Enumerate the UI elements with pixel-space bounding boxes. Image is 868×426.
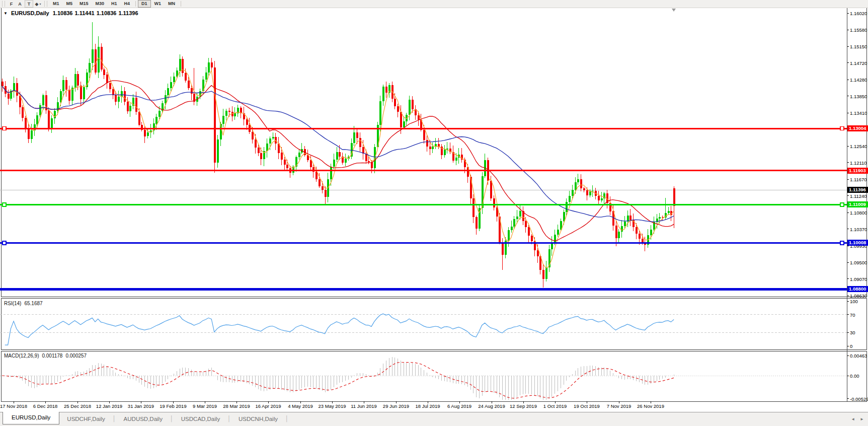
price-tick-label: 1.09500 xyxy=(850,260,867,265)
tab-separator: │ xyxy=(170,412,174,426)
macd-tick-label: -0.00529 xyxy=(850,396,868,402)
hline-handle xyxy=(840,127,844,130)
price-tick-label: 1.08630 xyxy=(850,293,867,299)
timeframe-button-m5[interactable]: M5 xyxy=(63,0,76,8)
date-tick-label: 19 Oct 2019 xyxy=(574,403,600,409)
timeframe-button-w1[interactable]: W1 xyxy=(151,0,165,8)
hline-handle xyxy=(3,203,6,206)
timeframe-button-d1[interactable]: D1 xyxy=(138,0,151,8)
chart-title: ▼ EURUSD,Daily 1.10836 1.11441 1.10836 1… xyxy=(4,10,138,16)
date-tick-label: 28 Mar 2019 xyxy=(223,403,250,409)
macd-signal-value: 0.000257 xyxy=(65,353,87,359)
date-tick-label: 16 Apr 2019 xyxy=(255,403,281,409)
tab-separator: │ xyxy=(113,412,116,426)
tab-separator: │ xyxy=(227,412,231,426)
hline-handle xyxy=(840,203,844,206)
price-tick-label: 1.11240 xyxy=(850,193,867,199)
date-tick-label: 31 Jan 2019 xyxy=(128,403,154,409)
chart-tab-bar: EURUSD,DailyUSDCHF,Daily│AUDUSD,Daily│US… xyxy=(0,412,868,426)
text-tool-icon[interactable]: T xyxy=(25,0,33,8)
timeframe-button-m1[interactable]: M1 xyxy=(49,0,63,8)
font-tool-icon[interactable]: A xyxy=(16,1,24,7)
date-tick-label: 18 Jul 2019 xyxy=(415,403,440,409)
date-tick-label: 6 Dec 2018 xyxy=(33,403,58,409)
price-tick-label: 1.13410 xyxy=(850,110,867,116)
ohlc-low: 1.10836 xyxy=(97,10,117,16)
date-tick-label: 26 Nov 2019 xyxy=(637,403,664,409)
date-tick-label: 1 Oct 2019 xyxy=(543,403,567,409)
price-tick-label: 1.12540 xyxy=(850,144,867,149)
price-tick-label: 1.13850 xyxy=(850,94,867,99)
tab-scroll-right-icon[interactable]: ► xyxy=(860,417,864,421)
toolbar-grip[interactable] xyxy=(2,1,5,7)
hline-1.11009[interactable] xyxy=(0,203,847,206)
hline-1.10008[interactable] xyxy=(0,241,847,245)
rsi-name: RSI(14) xyxy=(4,301,21,306)
hline-price-label: 1.11903 xyxy=(847,168,868,174)
price-tick-label: 1.10370 xyxy=(850,227,867,232)
rsi-tick-label: 30 xyxy=(850,330,855,335)
moving-average-45 xyxy=(2,86,674,222)
rsi-line xyxy=(5,314,674,345)
rsi-tick-label: 70 xyxy=(850,312,855,318)
toolbar-grip-2[interactable] xyxy=(44,1,47,7)
date-tick-label: 7 Nov 2019 xyxy=(607,403,632,409)
top-toolbar: FAT◆▾ M1M5M15M30H1H4D1W1MN xyxy=(0,0,868,8)
date-tick-label: 24 Aug 2019 xyxy=(478,403,505,409)
rsi-tick-label: 0 xyxy=(850,343,852,349)
timeframe-button-h1[interactable]: H1 xyxy=(108,0,121,8)
timeframe-button-h4[interactable]: H4 xyxy=(121,0,134,8)
chart-template-f-icon[interactable]: F xyxy=(8,1,15,7)
timeframe-button-m15[interactable]: M15 xyxy=(76,0,92,8)
ohlc-open: 1.10836 xyxy=(53,10,73,16)
moving-average-4 xyxy=(2,58,674,268)
price-tick-label: 1.10800 xyxy=(850,210,867,216)
chart-tab-usdchf[interactable]: USDCHF,Daily xyxy=(59,412,112,426)
price-tick-label: 1.15580 xyxy=(850,27,867,33)
hline-handle xyxy=(3,127,6,130)
chart-shift-marker-icon[interactable] xyxy=(672,9,676,12)
macd-histogram xyxy=(3,357,674,400)
macd-tick-label: 0.00 xyxy=(850,373,859,379)
panel-splitter-rsi[interactable] xyxy=(1,297,867,299)
date-tick-label: 23 May 2019 xyxy=(319,403,346,409)
rsi-value: 65.1687 xyxy=(24,301,42,306)
panel-splitter-macd[interactable] xyxy=(1,349,867,351)
macd-main-value: 0.001178 xyxy=(42,353,62,359)
date-tick-label: 19 Feb 2019 xyxy=(160,403,186,409)
chart-canvas[interactable] xyxy=(0,0,868,426)
date-tick-label: 4 May 2019 xyxy=(288,403,313,409)
hline-handle xyxy=(3,241,6,245)
tab-scroll-left-icon[interactable]: ◄ xyxy=(851,417,855,421)
macd-signal-line xyxy=(2,363,674,398)
hline-1.13004[interactable] xyxy=(0,127,847,130)
dropdown-caret-icon[interactable]: ▾ xyxy=(39,2,41,6)
arrow-tools-icon[interactable]: ◆▾ xyxy=(34,1,42,7)
chart-symbol-period: EURUSD,Daily xyxy=(11,10,49,16)
price-tick-label: 1.16020 xyxy=(850,11,867,16)
moving-average-20 xyxy=(2,81,674,241)
hline-price-label: 1.11009 xyxy=(847,201,868,207)
hline-price-label: 1.13004 xyxy=(847,125,868,131)
hline-price-label: 1.10008 xyxy=(847,240,868,246)
timeframe-button-m30[interactable]: M30 xyxy=(92,0,108,8)
current-price-label: 1.11396 xyxy=(847,187,868,193)
hline-price-label: 1.08800 xyxy=(847,286,868,292)
hline-handle xyxy=(840,241,844,245)
chart-tab-audusd[interactable]: AUDUSD,Daily xyxy=(116,412,170,426)
chart-tab-usdcnh[interactable]: USDCNH,Daily xyxy=(231,412,285,426)
rsi-tick-label: 100 xyxy=(850,299,858,304)
price-tick-label: 1.14280 xyxy=(850,77,867,83)
date-tick-label: 29 Jun 2019 xyxy=(383,403,409,409)
date-tick-label: 12 Sep 2019 xyxy=(510,403,537,409)
chart-tab-eurusd[interactable]: EURUSD,Daily xyxy=(3,412,59,424)
timeframe-button-mn[interactable]: MN xyxy=(165,0,179,8)
chart-title-caret-icon[interactable]: ▼ xyxy=(4,11,8,16)
chart-tab-usdcad[interactable]: USDCAD,Daily xyxy=(174,412,227,426)
date-tick-label: 17 Nov 2018 xyxy=(0,403,27,409)
date-tick-label: 11 Jun 2019 xyxy=(351,403,377,409)
date-tick-label: 6 Aug 2019 xyxy=(447,403,471,409)
price-tick-label: 1.11670 xyxy=(850,177,867,182)
macd-tick-label: 0.00463 xyxy=(850,353,867,359)
ohlc-close: 1.11396 xyxy=(118,10,138,16)
